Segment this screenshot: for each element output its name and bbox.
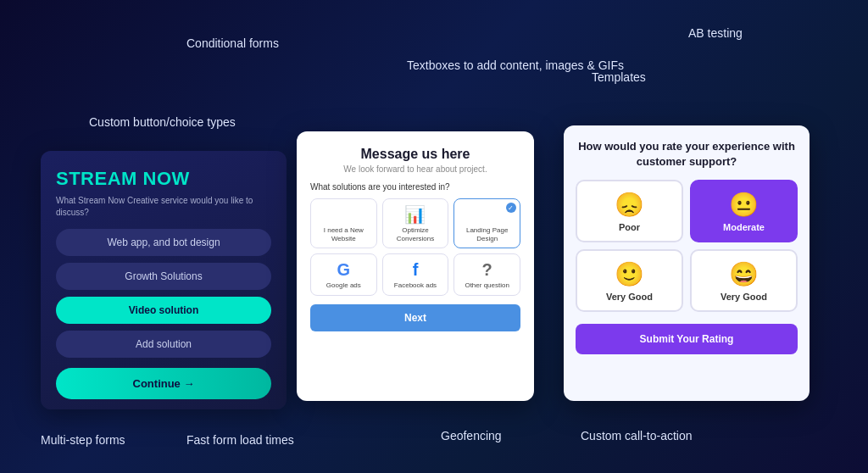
rating-poor[interactable]: 😞 Poor <box>576 180 683 242</box>
moderate-emoji: 😐 <box>729 193 759 217</box>
templates-label: Templates <box>592 70 646 85</box>
fast-form-label: Fast form load times <box>186 432 294 448</box>
google-icon: G <box>337 261 351 278</box>
poor-label: Poor <box>619 222 640 232</box>
rating-verygood2[interactable]: 😄 Very Good <box>690 249 798 312</box>
verygood2-emoji: 😄 <box>729 263 759 287</box>
other-label: Other question <box>465 281 509 290</box>
verygood1-emoji: 🙂 <box>615 263 644 287</box>
option-add[interactable]: Add solution <box>56 331 271 358</box>
google-label: Google ads <box>326 281 361 290</box>
facebook-label: Facebook ads <box>394 281 437 290</box>
option-video[interactable]: Video solution <box>56 297 271 324</box>
custom-cta-label: Custom call-to-action <box>581 428 693 443</box>
facebook-icon: f <box>413 261 419 278</box>
verygood2-label: Very Good <box>721 292 767 302</box>
moderate-label: Moderate <box>723 222 765 232</box>
rating-moderate[interactable]: 😐 Moderate <box>690 180 798 242</box>
card1-subtitle: What Stream Now Creative service would y… <box>56 195 271 219</box>
stream-now-card: STREAM NOW What Stream Now Creative serv… <box>41 151 287 409</box>
poor-emoji: 😞 <box>615 193 644 217</box>
multi-step-label: Multi-step forms <box>41 432 125 448</box>
solutions-grid: 🖥 I need a New Website 📊 Optimize Conver… <box>310 198 520 296</box>
ab-testing-label: AB testing <box>688 25 743 41</box>
rating-grid: 😞 Poor 😐 Moderate 🙂 Very Good 😄 Very Goo… <box>576 180 798 312</box>
card1-header: STREAM NOW What Stream Now Creative serv… <box>41 151 287 229</box>
check-icon: ✓ <box>506 203 516 213</box>
solution-landing[interactable]: ✓ 🖼 Landing Page Design <box>453 198 520 248</box>
card2-question: What solutions are you interested in? <box>310 182 520 192</box>
next-button[interactable]: Next <box>310 304 520 331</box>
landing-label: Landing Page Design <box>458 226 516 242</box>
card1-footer: Continue → <box>41 358 287 399</box>
conditional-forms-label: Conditional forms <box>186 36 279 51</box>
stream-word: STREAM <box>56 168 137 189</box>
option-growth[interactable]: Growth Solutions <box>56 263 271 290</box>
solution-google[interactable]: G Google ads <box>310 253 377 296</box>
submit-rating-button[interactable]: Submit Your Rating <box>576 324 798 354</box>
optimize-label: Optimize Conversions <box>387 226 445 242</box>
solution-optimize[interactable]: 📊 Optimize Conversions <box>382 198 449 248</box>
other-icon: ? <box>482 261 492 278</box>
custom-button-label: Custom button/choice types <box>89 114 236 130</box>
now-word: NOW <box>143 168 190 189</box>
continue-button[interactable]: Continue → <box>56 368 271 399</box>
option-web-app[interactable]: Web app, and bot design <box>56 229 271 256</box>
card2-subtitle: We look forward to hear about project. <box>310 164 520 174</box>
card3-title: How would you rate your experience with … <box>576 139 798 170</box>
card1-title: STREAM NOW <box>56 168 271 190</box>
website-label: I need a New Website <box>314 226 373 242</box>
solution-other[interactable]: ? Other question <box>453 253 520 296</box>
card2-title: Message us here <box>310 147 520 162</box>
solution-facebook[interactable]: f Facebook ads <box>382 253 449 296</box>
website-icon: 🖥 <box>335 206 352 223</box>
card1-options: Web app, and bot design Growth Solutions… <box>41 229 287 358</box>
optimize-icon: 📊 <box>404 206 426 223</box>
verygood1-label: Very Good <box>606 292 653 302</box>
rating-card: How would you rate your experience with … <box>564 125 810 401</box>
solution-website[interactable]: 🖥 I need a New Website <box>310 198 377 248</box>
geofencing-label: Geofencing <box>441 428 502 443</box>
landing-icon: 🖼 <box>479 206 496 223</box>
rating-verygood1[interactable]: 🙂 Very Good <box>576 249 683 312</box>
message-us-card: Message us here We look forward to hear … <box>297 131 534 401</box>
